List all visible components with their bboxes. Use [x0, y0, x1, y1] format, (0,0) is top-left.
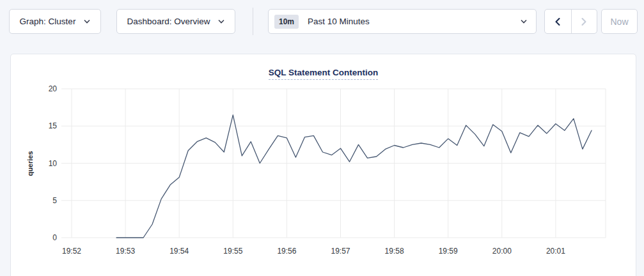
- time-range-label: Past 10 Minutes: [308, 17, 521, 26]
- svg-text:19:57: 19:57: [331, 247, 350, 256]
- chevron-down-icon: [521, 19, 527, 24]
- dashboard-dropdown-label: Dashboard: Overview: [127, 17, 210, 26]
- toolbar-divider: [253, 8, 253, 35]
- svg-text:19:58: 19:58: [385, 247, 404, 256]
- chevron-right-icon: [580, 17, 588, 26]
- svg-text:19:53: 19:53: [116, 247, 135, 256]
- now-button-label: Now: [610, 17, 628, 27]
- time-range-picker[interactable]: 10m Past 10 Minutes: [268, 9, 537, 34]
- svg-text:queries: queries: [26, 151, 34, 176]
- svg-text:19:52: 19:52: [62, 247, 81, 256]
- svg-text:20:00: 20:00: [492, 247, 512, 256]
- chevron-left-icon: [554, 17, 562, 26]
- svg-text:10: 10: [49, 159, 58, 168]
- dashboard-dropdown[interactable]: Dashboard: Overview: [116, 9, 235, 34]
- chevron-down-icon: [84, 19, 90, 24]
- svg-text:19:56: 19:56: [277, 247, 296, 256]
- graph-dropdown-label: Graph: Cluster: [20, 17, 76, 26]
- svg-text:19:54: 19:54: [169, 247, 189, 256]
- svg-text:19:55: 19:55: [223, 247, 242, 256]
- chart-title[interactable]: SQL Statement Contention: [269, 68, 379, 80]
- svg-text:0: 0: [52, 233, 57, 242]
- chart-card: SQL Statement Contention 0510152019:5219…: [10, 54, 636, 276]
- graph-dropdown[interactable]: Graph: Cluster: [9, 9, 101, 34]
- time-step-group: [544, 9, 597, 34]
- chart-title-wrap: SQL Statement Contention: [11, 54, 636, 80]
- chevron-down-icon: [218, 19, 224, 24]
- next-time-button[interactable]: [571, 10, 597, 33]
- prev-time-button[interactable]: [545, 10, 571, 33]
- svg-text:20:01: 20:01: [546, 247, 565, 256]
- svg-text:20: 20: [49, 84, 58, 93]
- svg-text:15: 15: [49, 121, 58, 130]
- sql-contention-chart[interactable]: 0510152019:5219:5319:5419:5519:5619:5719…: [11, 54, 637, 276]
- time-range-badge: 10m: [274, 15, 299, 29]
- now-button[interactable]: Now: [601, 9, 638, 34]
- svg-text:19:59: 19:59: [439, 247, 458, 256]
- svg-text:5: 5: [52, 196, 57, 205]
